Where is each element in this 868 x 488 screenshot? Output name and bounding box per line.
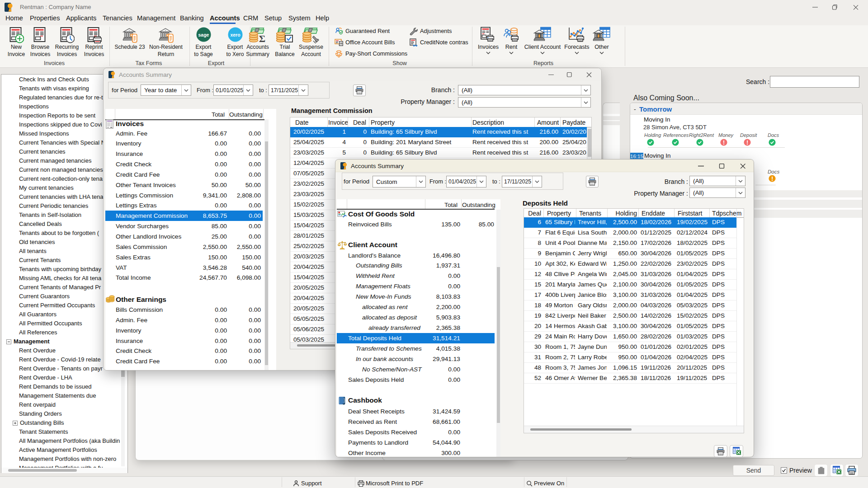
svg-text:Σ: Σ — [259, 33, 265, 43]
svg-text:sage: sage — [198, 32, 209, 38]
svg-text:xero: xero — [230, 32, 240, 38]
